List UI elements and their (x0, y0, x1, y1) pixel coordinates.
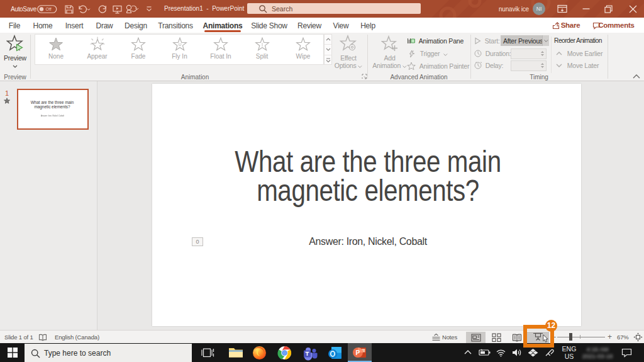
svg-text:P: P (356, 349, 360, 356)
svg-text:Off: Off (46, 7, 52, 11)
